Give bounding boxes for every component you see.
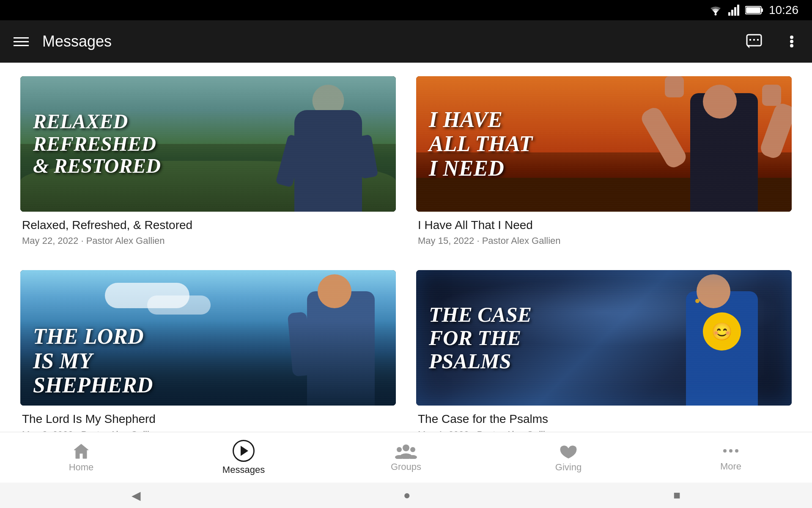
message-4-title: The Case for the Psalms <box>418 412 790 426</box>
svg-point-23 <box>735 449 738 453</box>
battery-icon <box>745 5 764 15</box>
android-home-btn[interactable]: ● <box>403 489 411 502</box>
message-2-meta: May 15, 2022 · Pastor Alex Gallien <box>418 235 790 246</box>
status-icons: 10:26 <box>708 3 798 17</box>
message-thumbnail-3: THE LORDIS MYSHEPHERD <box>20 270 396 406</box>
svg-point-17 <box>410 447 415 452</box>
nav-label-giving: Giving <box>555 462 582 473</box>
app-bar: Messages <box>0 20 812 63</box>
svg-point-12 <box>790 36 793 39</box>
card-1-text: RELAXEDREFRESHED& RESTORED <box>33 110 161 177</box>
message-3-title: The Lord Is My Shepherd <box>22 412 394 426</box>
groups-icon <box>395 443 417 459</box>
svg-rect-6 <box>761 8 763 12</box>
menu-icon[interactable] <box>14 37 29 46</box>
svg-point-16 <box>397 447 402 452</box>
svg-rect-3 <box>734 7 736 16</box>
card-4-text: THE CASEFOR THEPSALMS <box>429 303 532 373</box>
app-bar-title: Messages <box>42 33 732 50</box>
bottom-nav: Home Messages Groups Giving <box>0 432 812 483</box>
message-card-4[interactable]: 😊 THE CASEFOR THEPSALMS The Case for the… <box>416 270 792 432</box>
signal-icon <box>728 5 740 16</box>
status-time: 10:26 <box>769 3 798 17</box>
message-3-info: The Lord Is My Shepherd May 8, 2022 · Pa… <box>20 406 396 432</box>
message-card-2[interactable]: I HAVEALL THATI NEED I Have All That I N… <box>416 76 792 250</box>
svg-rect-1 <box>728 12 730 16</box>
more-vertical-icon[interactable] <box>785 32 798 51</box>
message-1-title: Relaxed, Refreshed, & Restored <box>22 218 394 232</box>
messages-play-circle <box>233 440 255 462</box>
message-1-info: Relaxed, Refreshed, & Restored May 22, 2… <box>20 212 396 250</box>
more-icon <box>721 443 740 458</box>
status-bar: 10:26 <box>0 0 812 20</box>
android-nav: ◀ ● ■ <box>0 483 812 508</box>
nav-item-messages[interactable]: Messages <box>201 440 286 475</box>
nav-item-more[interactable]: More <box>689 443 773 472</box>
android-recent-btn[interactable]: ■ <box>673 489 680 502</box>
svg-rect-2 <box>731 10 733 16</box>
svg-rect-4 <box>737 5 739 16</box>
svg-point-14 <box>790 44 793 47</box>
card-3-text: THE LORDIS MYSHEPHERD <box>33 324 153 397</box>
svg-point-0 <box>714 14 716 16</box>
message-2-info: I Have All That I Need May 15, 2022 · Pa… <box>416 212 792 250</box>
svg-rect-9 <box>749 39 751 41</box>
messages-grid: RELAXEDREFRESHED& RESTORED Relaxed, Refr… <box>20 76 792 432</box>
nav-item-home[interactable]: Home <box>39 442 123 473</box>
message-thumbnail-2: I HAVEALL THATI NEED <box>416 76 792 212</box>
nav-item-giving[interactable]: Giving <box>526 442 611 473</box>
nav-label-messages: Messages <box>222 464 265 475</box>
message-card-3[interactable]: THE LORDIS MYSHEPHERD The Lord Is My She… <box>20 270 396 432</box>
messages-content: RELAXEDREFRESHED& RESTORED Relaxed, Refr… <box>0 63 812 432</box>
wifi-icon <box>708 5 723 16</box>
svg-rect-10 <box>753 39 755 41</box>
message-thumbnail-1: RELAXEDREFRESHED& RESTORED <box>20 76 396 212</box>
message-1-meta: May 22, 2022 · Pastor Alex Gallien <box>22 235 394 246</box>
message-card-1[interactable]: RELAXEDREFRESHED& RESTORED Relaxed, Refr… <box>20 76 396 250</box>
svg-point-21 <box>723 449 727 453</box>
chat-icon[interactable] <box>746 32 765 51</box>
nav-item-groups[interactable]: Groups <box>364 443 448 472</box>
card-2-text: I HAVEALL THATI NEED <box>429 108 532 180</box>
message-4-info: The Case for the Psalms May 1, 2022 · Pa… <box>416 406 792 432</box>
svg-rect-11 <box>757 39 759 41</box>
message-2-title: I Have All That I Need <box>418 218 790 232</box>
giving-icon <box>559 442 578 459</box>
play-icon <box>241 446 248 456</box>
nav-label-groups: Groups <box>391 461 421 472</box>
nav-label-more: More <box>720 461 741 472</box>
svg-rect-7 <box>746 7 760 13</box>
svg-point-22 <box>729 449 732 453</box>
nav-label-home: Home <box>69 462 94 473</box>
android-back-btn[interactable]: ◀ <box>132 489 141 502</box>
message-thumbnail-4: 😊 THE CASEFOR THEPSALMS <box>416 270 792 406</box>
svg-point-15 <box>403 444 409 451</box>
svg-point-13 <box>790 40 793 43</box>
home-icon <box>72 442 90 459</box>
